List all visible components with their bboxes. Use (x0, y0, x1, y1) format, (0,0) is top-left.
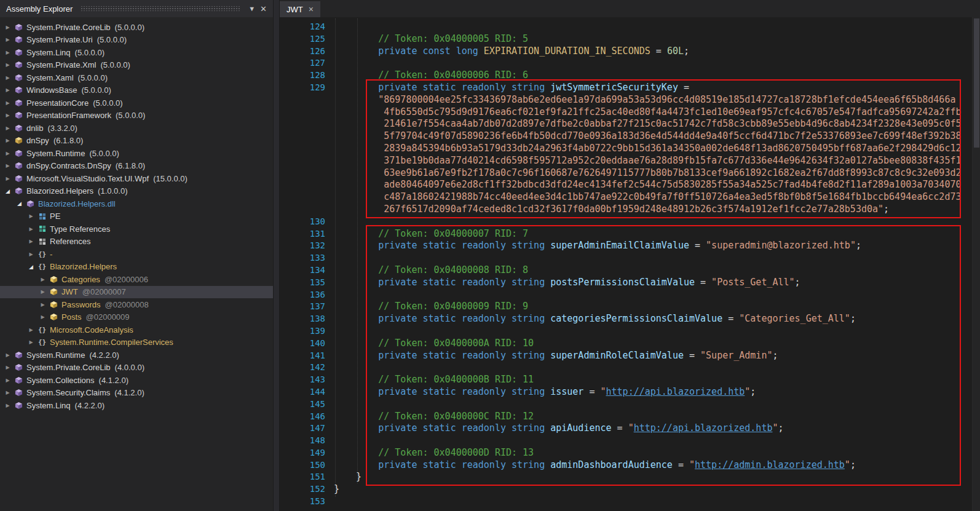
collapsed-arrow-icon[interactable]: ▶ (2, 50, 13, 55)
code-text: 4fb6550d5c795d9d9176ea6cf021ef9fa21ffc25… (334, 106, 961, 119)
collapsed-arrow-icon[interactable]: ▶ (2, 62, 13, 68)
tree-item-blazorized-helpers[interactable]: ◢Blazorized.Helpers(1.0.0.0) (0, 185, 273, 198)
tree-item-microsoft-visualstudio-text-ui-wpf[interactable]: ▶Microsoft.VisualStudio.Text.UI.Wpf(15.0… (0, 172, 273, 185)
collapsed-arrow-icon[interactable]: ▶ (26, 327, 36, 333)
tree-item-system-xaml[interactable]: ▶System.Xaml(5.0.0.0) (0, 71, 273, 84)
collapsed-arrow-icon[interactable]: ▶ (38, 289, 48, 295)
tree-item-blazorized-helpers-dll[interactable]: ◢Blazorized.Helpers.dll (0, 197, 273, 210)
tree-item-dnlib[interactable]: ▶dnlib(3.3.2.0) (0, 122, 273, 135)
tree-item-system-runtime[interactable]: ▶System.Runtime(4.2.2.0) (0, 349, 273, 362)
code-token-str: 5f79704c49f07d5890236fe6b4fb50dcd770e093… (334, 130, 961, 141)
line-number: 143 (280, 374, 334, 386)
tree-item-system-runtime-compilerservices[interactable]: ▶{}System.Runtime.CompilerServices (0, 336, 273, 349)
tree-item-system-runtime[interactable]: ▶System.Runtime(5.0.0.0) (0, 147, 273, 160)
assembly-tree[interactable]: ▶System.Private.CoreLib(5.0.0.0)▶System.… (0, 17, 273, 511)
collapsed-arrow-icon[interactable]: ▶ (2, 138, 13, 143)
tree-item-categories[interactable]: ▶Categories@02000006 (0, 273, 273, 286)
tree-item-type-references[interactable]: ▶Type References (0, 223, 273, 236)
code-text: 371be19b0daa77d40214cd6598f595712a952c20… (334, 155, 961, 167)
collapsed-arrow-icon[interactable]: ▶ (2, 37, 13, 42)
tree-item-system-private-uri[interactable]: ▶System.Private.Uri(5.0.0.0) (0, 34, 273, 47)
tree-item-system-private-corelib[interactable]: ▶System.Private.CoreLib(4.0.0.0) (0, 362, 273, 374)
collapsed-arrow-icon[interactable]: ▶ (26, 239, 36, 244)
tree-item-pe[interactable]: ▶PE (0, 210, 273, 223)
code-line: 133 (280, 252, 980, 264)
code-token-pl: ; (750, 386, 756, 397)
collapsed-arrow-icon[interactable]: ▶ (2, 365, 13, 370)
tree-item-item[interactable]: ▶{}- (0, 248, 273, 261)
tree-item-windowsbase[interactable]: ▶WindowsBase(5.0.0.0) (0, 84, 273, 97)
tree-item-system-security-claims[interactable]: ▶System.Security.Claims(4.1.2.0) (0, 387, 273, 400)
collapsed-arrow-icon[interactable]: ▶ (2, 75, 13, 81)
collapsed-arrow-icon[interactable]: ▶ (38, 302, 48, 307)
tree-item-presentationcore[interactable]: ▶PresentationCore(5.0.0.0) (0, 97, 273, 109)
code-token-str: 267f6517d2090af74ceded8c1cd32f3617f0da00… (334, 204, 883, 215)
tree-item-dnspy-contracts-dnspy[interactable]: ▶dnSpy.Contracts.DnSpy(6.1.8.0) (0, 160, 273, 173)
code-token-kw: private static readonly string (334, 277, 550, 288)
collapsed-arrow-icon[interactable]: ▶ (2, 100, 13, 106)
tree-item-dnspy[interactable]: ▶dnSpy(6.1.8.0) (0, 135, 273, 148)
tree-item-system-linq[interactable]: ▶System.Linq(4.2.2.0) (0, 399, 273, 412)
tree-item-blazorized-helpers[interactable]: ◢{}Blazorized.Helpers (0, 261, 273, 274)
url-link[interactable]: http://admin.blazorized.htb (695, 459, 845, 470)
tree-item-posts[interactable]: ▶Posts@02000009 (0, 311, 273, 324)
collapsed-arrow-icon[interactable]: ▶ (26, 339, 36, 345)
code-line: 5f79704c49f07d5890236fe6b4fb50dcd770e093… (280, 130, 980, 143)
assembly-icon (13, 23, 25, 31)
tree-item-system-private-corelib[interactable]: ▶System.Private.CoreLib(5.0.0.0) (0, 21, 273, 34)
tree-item-system-linq[interactable]: ▶System.Linq(5.0.0.0) (0, 46, 273, 59)
tree-item-references[interactable]: ▶References (0, 236, 273, 248)
url-link[interactable]: http://api.blazorized.htb (634, 422, 773, 434)
panel-close-icon[interactable]: ✕ (260, 5, 267, 13)
url-link[interactable]: http://api.blazorized.htb (606, 386, 745, 397)
code-line: 126 private const long EXPIRATION_DURATI… (280, 46, 980, 58)
code-line: 145 (280, 398, 980, 411)
expanded-arrow-icon[interactable]: ◢ (2, 188, 13, 194)
code-text: private static readonly string adminDash… (334, 459, 856, 472)
code-token-num: 60L (667, 46, 684, 57)
namespace-icon: {} (36, 250, 48, 258)
assembly-icon (13, 124, 25, 132)
tree-item-jwt[interactable]: ▶JWT@02000007 (0, 286, 273, 299)
tree-item-system-private-xml[interactable]: ▶System.Private.Xml(5.0.0.0) (0, 59, 273, 72)
line-number: 146 (280, 411, 334, 423)
code-line: 148 (280, 435, 980, 447)
panel-dropdown-icon[interactable]: ▼ (248, 6, 255, 12)
code-line: 267f6517d2090af74ceded8c1cd32f3617f0da00… (280, 204, 980, 216)
tab-close-icon[interactable]: × (309, 5, 314, 14)
expanded-arrow-icon[interactable]: ◢ (14, 200, 25, 207)
tree-item-passwords[interactable]: ▶Passwords@02000008 (0, 298, 273, 311)
collapsed-arrow-icon[interactable]: ▶ (2, 113, 13, 118)
collapsed-arrow-icon[interactable]: ▶ (2, 25, 13, 30)
collapsed-arrow-icon[interactable]: ▶ (38, 277, 48, 282)
panel-drag-grip-icon[interactable] (81, 6, 240, 11)
vertical-scrollbar[interactable] (972, 17, 980, 511)
panel-splitter[interactable] (273, 0, 280, 511)
tab-jwt[interactable]: JWT × (280, 1, 320, 17)
collapsed-arrow-icon[interactable]: ▶ (2, 163, 13, 168)
code-token-cm: // Token: 0x0400000D RID: 13 (334, 447, 534, 458)
typeref-icon (36, 225, 48, 232)
collapsed-arrow-icon[interactable]: ▶ (2, 176, 13, 181)
tree-item-system-collections[interactable]: ▶System.Collections(4.1.2.0) (0, 374, 273, 387)
collapsed-arrow-icon[interactable]: ▶ (2, 378, 13, 383)
collapsed-arrow-icon[interactable]: ▶ (2, 352, 13, 358)
line-number: 147 (280, 422, 334, 435)
code-token-fld: categoriesPermissionsClaimValue (550, 313, 722, 324)
tree-item-presentationframework[interactable]: ▶PresentationFramework(5.0.0.0) (0, 109, 273, 122)
collapsed-arrow-icon[interactable]: ▶ (26, 252, 36, 257)
collapsed-arrow-icon[interactable]: ▶ (38, 314, 48, 320)
collapsed-arrow-icon[interactable]: ▶ (26, 213, 36, 219)
code-view[interactable]: 124125 // Token: 0x04000005 RID: 5126 pr… (280, 17, 980, 511)
collapsed-arrow-icon[interactable]: ▶ (2, 87, 13, 93)
collapsed-arrow-icon[interactable]: ▶ (2, 151, 13, 156)
expanded-arrow-icon[interactable]: ◢ (26, 264, 36, 270)
tree-item-microsoft-codeanalysis[interactable]: ▶{}Microsoft.CodeAnalysis (0, 323, 273, 336)
code-text: private static readonly string categorie… (334, 313, 856, 325)
scrollbar-thumb[interactable] (974, 18, 979, 148)
collapsed-arrow-icon[interactable]: ▶ (2, 390, 13, 395)
code-token-const: EXPIRATION_DURATION_IN_SECONDS (484, 46, 650, 57)
collapsed-arrow-icon[interactable]: ▶ (2, 125, 13, 131)
collapsed-arrow-icon[interactable]: ▶ (26, 226, 36, 232)
collapsed-arrow-icon[interactable]: ▶ (2, 403, 13, 408)
